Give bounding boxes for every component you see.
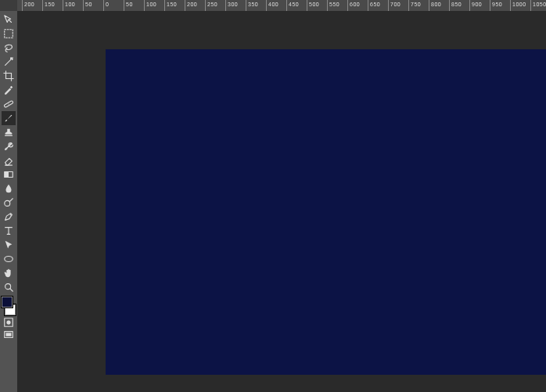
ruler-tick: 450 <box>286 0 287 11</box>
bandage-icon <box>3 99 14 110</box>
ruler-tick: 150 <box>164 0 165 11</box>
dodge-icon <box>3 197 14 208</box>
healing-tool[interactable] <box>2 97 16 111</box>
color-swatches[interactable] <box>1 296 16 316</box>
brush-icon <box>3 113 14 124</box>
wand-icon <box>3 56 14 67</box>
eraser-tool[interactable] <box>2 153 16 167</box>
ruler-tick: 350 <box>246 0 246 11</box>
marquee-icon <box>3 28 14 39</box>
ruler-tick: 400 <box>266 0 267 11</box>
foreground-color-swatch[interactable] <box>1 296 13 308</box>
ruler-tick: 200 <box>22 0 23 11</box>
zoom-tool[interactable] <box>2 280 16 294</box>
ruler-tick: 250 <box>205 0 206 11</box>
hand-tool[interactable] <box>2 266 16 280</box>
ruler-tick: 300 <box>225 0 226 11</box>
ruler-tick: 850 <box>449 0 450 11</box>
path-select-tool[interactable] <box>2 238 16 252</box>
screenmode-icon <box>3 329 14 340</box>
quickmask-toggle[interactable] <box>2 316 16 329</box>
ruler-tick: 500 <box>307 0 307 11</box>
svg-point-2 <box>8 103 9 104</box>
ruler-tick: 600 <box>347 0 348 11</box>
ruler-tick: 550 <box>327 0 328 11</box>
pen-icon <box>3 211 14 222</box>
ruler-tick: 1000 <box>510 0 511 11</box>
history-brush-tool[interactable] <box>2 139 16 153</box>
pen-tool[interactable] <box>2 210 16 224</box>
lasso-icon <box>3 42 14 53</box>
ruler-origin-corner <box>0 0 18 12</box>
ruler-tick: 50 <box>124 0 124 11</box>
ruler-tick: 750 <box>408 0 409 11</box>
type-tool[interactable] <box>2 224 16 238</box>
ruler-tick: 700 <box>388 0 389 11</box>
drop-icon <box>3 183 14 194</box>
shape-tool[interactable] <box>2 252 16 266</box>
historybrush-icon <box>3 141 14 152</box>
marquee-tool[interactable] <box>2 27 16 41</box>
svg-rect-0 <box>5 30 13 38</box>
ruler-tick: 0 <box>103 0 104 11</box>
ruler-tick: 900 <box>469 0 470 11</box>
brush-tool[interactable] <box>2 111 16 125</box>
crop-icon <box>3 70 14 81</box>
svg-point-7 <box>5 257 13 262</box>
svg-point-6 <box>10 214 12 216</box>
screenmode-toggle[interactable] <box>2 329 16 341</box>
ruler-tick: 100 <box>63 0 63 11</box>
eyedropper-icon <box>3 85 14 95</box>
crop-tool[interactable] <box>2 69 16 83</box>
svg-point-10 <box>6 320 10 324</box>
gradient-tool[interactable] <box>2 167 16 182</box>
ruler-tick: 950 <box>490 0 490 11</box>
clone-stamp-tool[interactable] <box>2 125 16 139</box>
move-icon <box>3 14 14 25</box>
eraser-icon <box>3 155 14 166</box>
gradient-icon <box>3 169 14 180</box>
eyedropper-tool[interactable] <box>2 83 16 97</box>
stamp-icon <box>3 127 14 138</box>
ruler-tick: 50 <box>83 0 84 11</box>
horizontal-ruler: 2502001501005005010015020025030035040045… <box>17 0 546 12</box>
lasso-tool[interactable] <box>2 41 16 55</box>
svg-point-5 <box>5 200 10 206</box>
dodge-tool[interactable] <box>2 196 16 210</box>
ruler-tick: 200 <box>185 0 185 11</box>
ruler-tick: 650 <box>368 0 368 11</box>
wand-tool[interactable] <box>2 55 16 69</box>
quickmask-icon <box>3 317 14 328</box>
ruler-tick: 1050 <box>530 0 531 11</box>
workspace-area <box>17 11 546 392</box>
tools-panel <box>0 11 18 392</box>
ruler-tick: 150 <box>42 0 43 11</box>
zoom-icon <box>3 282 14 293</box>
move-tool[interactable] <box>2 13 16 27</box>
svg-rect-12 <box>6 333 12 336</box>
svg-rect-4 <box>5 172 9 178</box>
ellipse-icon <box>3 254 14 264</box>
ruler-tick: 100 <box>144 0 145 11</box>
hand-icon <box>3 268 14 279</box>
blur-tool[interactable] <box>2 182 16 196</box>
pathselect-icon <box>3 239 14 250</box>
ruler-tick: 800 <box>429 0 429 11</box>
document-canvas[interactable] <box>106 49 546 375</box>
type-icon <box>3 225 14 236</box>
